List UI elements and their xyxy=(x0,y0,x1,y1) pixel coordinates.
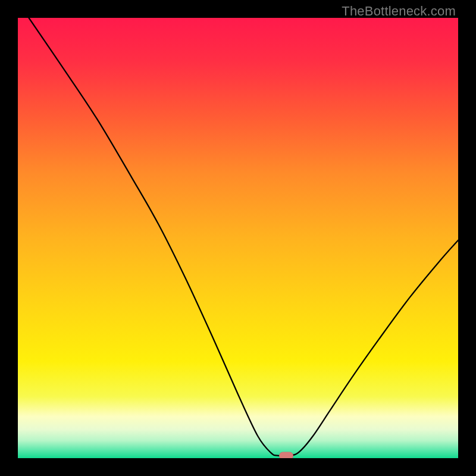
watermark-label: TheBottleneck.com xyxy=(342,4,456,19)
chart-frame: TheBottleneck.com xyxy=(0,0,476,476)
bottleneck-curve xyxy=(18,18,458,458)
optimal-marker xyxy=(279,452,293,458)
plot-area xyxy=(18,18,458,458)
